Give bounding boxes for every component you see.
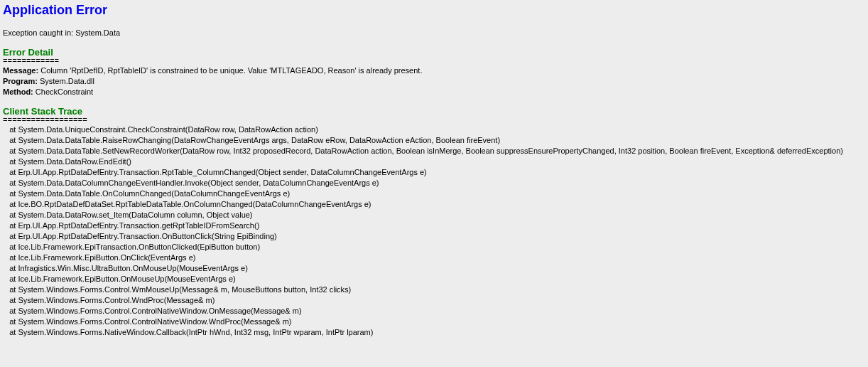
stack-trace-line: at System.Data.DataTable.RaiseRowChangin… [3,135,865,146]
stack-trace-container: at System.Data.UniqueConstraint.CheckCon… [3,124,865,338]
stack-trace-line: at Erp.UI.App.RptDataDefEntry.Transactio… [3,167,865,178]
stack-trace-line: at Infragistics.Win.Misc.UltraButton.OnM… [3,263,865,274]
stack-trace-line: at Erp.UI.App.RptDataDefEntry.Transactio… [3,220,865,231]
stack-trace-line: at System.Windows.Forms.NativeWindow.Cal… [3,327,865,338]
stack-trace-line: at System.Data.UniqueConstraint.CheckCon… [3,124,865,135]
stack-trace-line: at Ice.Lib.Framework.EpiButton.OnClick(E… [3,252,865,263]
stack-trace-line: at System.Windows.Forms.Control.ControlN… [3,306,865,317]
message-value: Column 'RptDefID, RptTableID' is constra… [40,66,422,75]
stack-trace-line: at System.Windows.Forms.Control.WmMouseU… [3,284,865,295]
stack-trace-line: at Erp.UI.App.RptDataDefEntry.Transactio… [3,231,865,242]
stack-trace-line: at System.Data.DataTable.SetNewRecordWor… [3,146,865,156]
error-detail-separator: ============ [3,57,865,65]
stack-trace-line: at System.Data.DataRow.EndEdit() [3,156,865,167]
exception-value: System.Data [75,28,120,37]
stack-trace-line: at System.Data.DataColumnChangeEventHand… [3,178,865,188]
method-line: Method: CheckConstraint [3,87,865,97]
program-label: Program: [3,77,38,85]
stack-trace-line: at Ice.Lib.Framework.EpiButton.OnMouseUp… [3,274,865,284]
program-line: Program: System.Data.dll [3,76,865,87]
stack-trace-header: Client Stack Trace [3,106,865,117]
method-value: CheckConstraint [36,87,93,96]
stack-trace-line: at Ice.Lib.Framework.EpiTransaction.OnBu… [3,242,865,252]
stack-trace-separator: ================== [3,116,865,124]
page-title: Application Error [3,3,865,18]
program-value: System.Data.dll [40,77,94,85]
stack-trace-line: at System.Windows.Forms.Control.ControlN… [3,317,865,327]
exception-label: Exception caught in: [3,28,73,37]
method-label: Method: [3,87,33,96]
stack-trace-line: at System.Windows.Forms.Control.WndProc(… [3,295,865,306]
stack-trace-line: at Ice.BO.RptDataDefDataSet.RptTableData… [3,199,865,210]
stack-trace-line: at System.Data.DataRow.set_Item(DataColu… [3,210,865,220]
message-label: Message: [3,66,38,75]
stack-trace-line: at System.Data.DataTable.OnColumnChanged… [3,188,865,199]
exception-line: Exception caught in: System.Data [3,28,865,38]
message-line: Message: Column 'RptDefID, RptTableID' i… [3,65,865,76]
error-detail-header: Error Detail [3,47,865,58]
